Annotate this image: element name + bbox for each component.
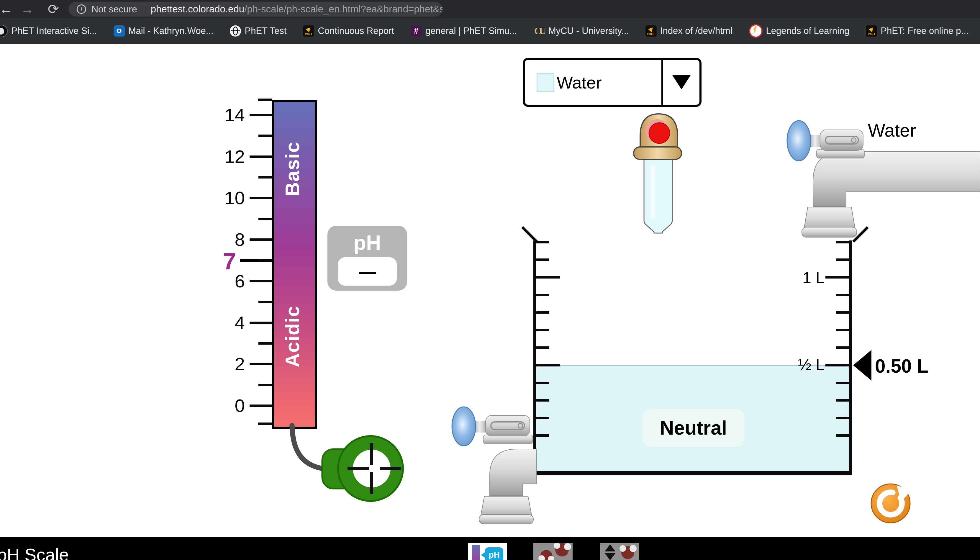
info-icon[interactable]: i — [77, 5, 86, 14]
volume-half-label: ½ L — [767, 355, 825, 373]
volume-indicator-arrow — [853, 350, 872, 381]
ph-tick-label: 2 — [206, 353, 245, 374]
solute-dropdown-button[interactable] — [663, 60, 699, 105]
ph-tick-label: 14 — [206, 105, 245, 125]
beaker-tick-mark — [536, 258, 549, 261]
ph-meter-title: pH — [328, 231, 407, 255]
solute-dropdown[interactable]: Water — [523, 58, 702, 107]
url-bar[interactable]: i Not secure phettest.colorado.edu/ph-sc… — [68, 2, 443, 17]
ph-tick-mark — [250, 363, 272, 365]
ph-meter-display: — — [338, 257, 397, 286]
mini-ph-scale-icon — [472, 545, 480, 560]
beaker-tick-mark — [536, 294, 549, 296]
ph-tick-mark — [258, 218, 272, 220]
address-bar: ← → ⟳ i Not secure phettest.colorado.edu… — [0, 0, 980, 18]
back-button[interactable]: ← — [0, 0, 17, 18]
beaker-tick-mark — [825, 364, 849, 367]
url-text: phettest.colorado.edu/ph-scale/ph-scale_… — [151, 3, 443, 15]
beaker-tick-mark — [536, 399, 549, 402]
ph-meter[interactable]: pH — — [328, 226, 407, 291]
reload-button[interactable]: ⟳ — [43, 0, 64, 18]
ph-tick-mark — [258, 135, 272, 137]
ph-tick-mark — [258, 98, 272, 101]
beaker-tick-mark — [536, 434, 549, 437]
mini-ph-bubble-icon: pH — [485, 547, 503, 560]
bookmark-item[interactable]: Mail - Kathryn.Woe... — [113, 25, 214, 37]
water-molecules-icon — [533, 543, 572, 560]
beaker-tick-mark — [536, 417, 549, 419]
beaker-tick-mark — [536, 241, 549, 243]
beaker-right-wall — [849, 240, 852, 475]
beaker-tick-mark — [836, 347, 849, 349]
basic-region-label: Basic — [281, 155, 304, 196]
beaker-left-rim — [521, 226, 538, 243]
blue-knob-icon — [452, 407, 476, 446]
site-favicon-icon — [0, 25, 8, 37]
security-label: Not secure — [92, 4, 137, 15]
forward-button[interactable]: → — [17, 0, 38, 18]
bookmark-label: Continuous Report — [318, 26, 394, 36]
bookmark-item[interactable]: Continuous Report — [303, 25, 394, 37]
bookmark-item[interactable]: PhET: Free online p... — [866, 25, 968, 37]
screen-tab-my-solution[interactable] — [600, 543, 639, 560]
acidic-region-label: Acidic — [281, 327, 304, 367]
beaker-tick-mark — [836, 258, 849, 261]
sim-title: pH Scale — [0, 545, 69, 560]
globe-favicon-icon — [230, 25, 241, 37]
bookmark-label: PhET Interactive Si... — [11, 26, 97, 36]
ph-tick-mark — [258, 384, 272, 386]
bookmark-label: general | PhET Simu... — [425, 26, 517, 36]
beaker-bottom — [533, 471, 852, 475]
bookmark-label: Mail - Kathryn.Woe... — [128, 26, 214, 36]
bookmark-label: PhET Test — [245, 26, 286, 36]
solute-dropdown-label: Water — [557, 73, 602, 92]
custom-solution-icon — [600, 543, 639, 560]
bookmark-item[interactable]: PhET Interactive Si... — [0, 25, 97, 37]
bookmark-item[interactable]: PhET Test — [230, 25, 286, 37]
phet-favicon-icon — [866, 25, 877, 37]
beaker-tick-mark — [836, 417, 849, 419]
bookmark-item[interactable]: Legends of Learning — [749, 24, 850, 38]
ph-tick-mark — [250, 197, 272, 199]
volume-1l-label: 1 L — [767, 268, 825, 287]
bookmark-label: Index of /dev/html — [660, 26, 732, 36]
screen-tab-micro[interactable] — [533, 543, 572, 560]
solution-status-badge: Neutral — [642, 409, 744, 447]
ph-tick-mark — [258, 176, 272, 178]
bookmarks-bar: PhET Interactive Si...Mail - Kathryn.Woe… — [0, 18, 980, 44]
ph-tick-mark — [250, 114, 272, 116]
beaker-tick-mark — [836, 382, 849, 384]
url-host: phettest.colorado.edu — [151, 3, 244, 15]
beaker-tick-mark — [536, 329, 549, 331]
ph-scale-simulation: Water Basic Acidic 7 14121086420 pH — — [0, 44, 980, 537]
ph-tick-mark — [258, 301, 272, 303]
phet-favicon-icon — [303, 25, 314, 37]
beaker-tick-mark — [825, 276, 849, 278]
bookmark-item[interactable]: Index of /dev/html — [646, 25, 732, 37]
solute-dropdown-value[interactable]: Water — [525, 60, 663, 105]
ph-tick-label: 12 — [206, 146, 245, 167]
bookmark-item[interactable]: MyCU - University... — [534, 25, 629, 37]
screen-tab-macro[interactable]: pH — [468, 543, 507, 560]
solute-color-swatch — [537, 73, 554, 92]
url-path: /ph-scale/ph-scale_en.html?ea&brand=phet… — [244, 3, 443, 15]
ph-tick-mark — [258, 423, 272, 425]
beaker-tick-mark — [836, 329, 849, 331]
dropper-button[interactable] — [649, 123, 670, 143]
ph-tick-mark — [250, 238, 272, 241]
ph-tick-label: 8 — [206, 229, 245, 250]
bookmark-label: PhET: Free online p... — [880, 26, 968, 36]
beaker-left-wall — [533, 240, 536, 475]
ph-tick-mark — [258, 259, 272, 262]
ph-tick-mark — [250, 322, 272, 324]
bookmark-item[interactable]: general | PhET Simu... — [411, 25, 517, 37]
ph-tick-label: 10 — [206, 187, 245, 208]
beaker-tick-mark — [536, 364, 560, 367]
bookmark-label: Legends of Learning — [766, 26, 850, 36]
volume-indicator-value: 0.50 L — [875, 355, 928, 377]
divider — [144, 4, 144, 14]
slack-favicon-icon — [411, 25, 422, 37]
ph-tick-mark — [250, 280, 272, 282]
bookmark-label: MyCU - University... — [548, 26, 629, 36]
beaker-tick-mark — [536, 311, 549, 313]
